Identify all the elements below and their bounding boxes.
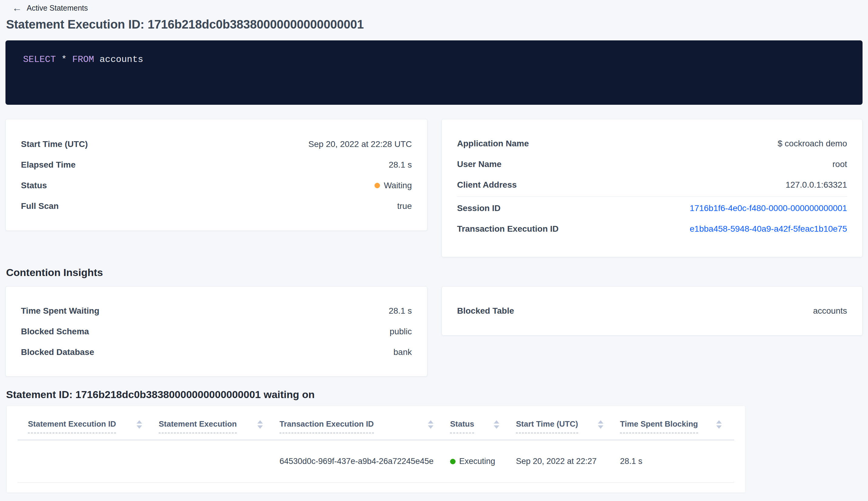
contention-insights-heading: Contention Insights	[6, 267, 103, 278]
breadcrumb: ← Active Statements	[12, 3, 88, 13]
row-label: Full Scan	[21, 201, 58, 211]
sort-icon[interactable]	[716, 420, 722, 429]
row-full-scan: Full Scan true	[6, 196, 427, 216]
row-session-id: Session ID 1716b1f6-4e0c-f480-0000-00000…	[442, 198, 862, 218]
row-blocked-schema: Blocked Schema public	[6, 321, 427, 342]
sql-keyword: FROM	[72, 54, 94, 65]
row-label: Elapsed Time	[21, 160, 76, 170]
status-text: Executing	[459, 457, 495, 466]
column-label[interactable]: Status	[450, 419, 474, 433]
sort-icon[interactable]	[494, 420, 499, 429]
row-blocked-table: Blocked Table accounts	[442, 301, 862, 321]
sort-icon[interactable]	[257, 420, 263, 429]
row-label: User Name	[457, 159, 501, 169]
cell-status: Executing	[450, 457, 516, 466]
row-label: Client Address	[457, 180, 517, 190]
sql-keyword: SELECT	[23, 54, 56, 65]
row-label: Transaction Execution ID	[457, 224, 559, 234]
row-client-address: Client Address 127.0.0.1:63321	[442, 174, 862, 195]
row-label: Start Time (UTC)	[21, 139, 88, 149]
row-value: root	[833, 159, 847, 169]
waiting-on-table: Statement Execution ID Statement Executi…	[7, 406, 745, 492]
row-label: Application Name	[457, 139, 529, 149]
cell-transaction-execution-id: 64530d0c-969f-437e-a9b4-26a72245e45e	[280, 457, 450, 466]
row-value: 127.0.0.1:63321	[786, 180, 847, 190]
column-header-status[interactable]: Status	[450, 419, 516, 433]
status-text: Waiting	[384, 181, 412, 190]
column-header-statement-execution-id[interactable]: Statement Execution ID	[28, 419, 159, 433]
back-link-active-statements[interactable]: Active Statements	[27, 4, 88, 12]
row-elapsed-time: Elapsed Time 28.1 s	[6, 154, 427, 175]
sql-statement-box: SELECT * FROM accounts	[6, 40, 862, 105]
row-label: Blocked Schema	[21, 327, 89, 337]
row-label: Blocked Table	[457, 306, 514, 316]
page-root: ← Active Statements Statement Execution …	[0, 0, 868, 501]
transaction-execution-id-link[interactable]: e1bba458-5948-40a9-a42f-5feac1b10e75	[690, 224, 847, 234]
column-label[interactable]: Time Spent Blocking	[620, 419, 698, 433]
sql-statement-text: SELECT * FROM accounts	[23, 54, 143, 65]
row-time-spent-waiting: Time Spent Waiting 28.1 s	[6, 301, 427, 321]
table-header-row: Statement Execution ID Statement Executi…	[18, 406, 734, 440]
row-status: Status Waiting	[6, 175, 427, 196]
row-value: public	[390, 327, 412, 337]
row-value: 28.1 s	[389, 160, 412, 170]
session-card: Application Name $ cockroach demo User N…	[442, 119, 862, 257]
row-value: bank	[393, 347, 412, 357]
cell-start-time: Sep 20, 2022 at 22:27	[516, 457, 620, 466]
row-label: Blocked Database	[21, 347, 94, 357]
column-label[interactable]: Statement Execution	[159, 419, 237, 433]
status-dot-waiting	[375, 183, 380, 188]
waiting-on-heading: Statement ID: 1716b218dc0b38380000000000…	[6, 389, 315, 401]
overview-card: Start Time (UTC) Sep 20, 2022 at 22:28 U…	[6, 119, 427, 231]
sort-icon[interactable]	[428, 420, 433, 429]
status-dot-executing	[450, 459, 456, 464]
blocked-table-card: Blocked Table accounts	[442, 286, 862, 335]
sort-icon[interactable]	[598, 420, 603, 429]
page-title: Statement Execution ID: 1716b218dc0b3838…	[6, 18, 364, 31]
cell-time-spent-blocking: 28.1 s	[620, 457, 724, 466]
row-value: 28.1 s	[389, 306, 412, 316]
column-header-transaction-execution-id[interactable]: Transaction Execution ID	[280, 419, 450, 433]
column-header-time-spent-blocking[interactable]: Time Spent Blocking	[620, 419, 724, 433]
row-value: Sep 20, 2022 at 22:28 UTC	[308, 139, 412, 149]
row-application-name: Application Name $ cockroach demo	[442, 133, 862, 154]
contention-card: Time Spent Waiting 28.1 s Blocked Schema…	[6, 286, 427, 376]
row-label: Time Spent Waiting	[21, 306, 99, 316]
row-value: true	[397, 201, 412, 211]
row-blocked-database: Blocked Database bank	[6, 342, 427, 363]
row-value: $ cockroach demo	[778, 139, 847, 149]
back-arrow-icon[interactable]: ←	[12, 3, 22, 13]
sort-icon[interactable]	[137, 420, 142, 429]
table-row: 64530d0c-969f-437e-a9b4-26a72245e45e Exe…	[18, 440, 734, 483]
card-divider	[457, 196, 847, 197]
row-value: accounts	[813, 306, 847, 316]
row-label: Session ID	[457, 203, 500, 213]
column-label[interactable]: Transaction Execution ID	[280, 419, 374, 433]
row-label: Status	[21, 181, 47, 190]
session-id-link[interactable]: 1716b1f6-4e0c-f480-0000-000000000001	[690, 203, 847, 213]
column-label[interactable]: Statement Execution ID	[28, 419, 116, 433]
row-transaction-execution-id: Transaction Execution ID e1bba458-5948-4…	[442, 218, 862, 239]
column-header-start-time[interactable]: Start Time (UTC)	[516, 419, 620, 433]
row-start-time: Start Time (UTC) Sep 20, 2022 at 22:28 U…	[6, 134, 427, 154]
status-value: Waiting	[375, 181, 412, 190]
column-label[interactable]: Start Time (UTC)	[516, 419, 578, 433]
column-header-statement-execution[interactable]: Statement Execution	[159, 419, 280, 433]
row-user-name: User Name root	[442, 154, 862, 174]
